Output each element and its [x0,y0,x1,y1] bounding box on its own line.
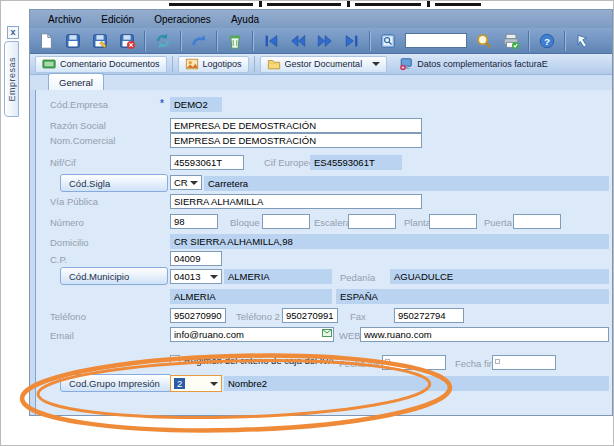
toolbar-separator [180,31,182,51]
tab-general[interactable]: General [48,73,104,90]
panel-close-button[interactable]: x [7,26,19,39]
bloque-field[interactable] [262,214,310,229]
telefono2-label: Teléfono 2 [236,311,280,322]
menu-edicion[interactable]: Edición [91,12,144,27]
nav-first-icon[interactable] [261,31,281,51]
municipio-desc-field: ALMERIA [224,269,332,284]
cod-sigla-button[interactable]: Cód.Sigla [60,174,168,192]
nav-last-icon[interactable] [342,31,362,51]
nav-prev-icon[interactable] [288,31,308,51]
cif-europeo-field: ES45593061T [310,155,402,170]
cod-empresa-label: Cód.Empresa [50,99,108,110]
print-icon[interactable] [501,31,521,51]
menu-archivo[interactable]: Archivo [38,12,91,27]
datos-complementarios-button[interactable]: Datos complementarios facturaE [392,56,555,73]
toolbar-separator [528,31,530,51]
regimen-iva-checkbox[interactable] [170,355,180,365]
razon-social-field[interactable] [170,118,422,133]
redo-icon[interactable] [189,31,209,51]
chevron-down-icon [210,275,218,279]
facturae-icon [399,57,413,71]
web-field[interactable] [360,327,609,342]
nom-comercial-field[interactable] [170,133,422,148]
toolbar-separator [216,31,218,51]
bloque-label: Bloque [230,217,260,228]
fax-field[interactable] [394,308,464,323]
email-field[interactable] [170,327,334,342]
search-input[interactable] [405,33,467,48]
help-icon[interactable]: ? [537,31,557,51]
comment-documents-icon [42,57,56,71]
app-window: Archivo Edición Operaciones Ayuda [29,9,613,416]
nif-field[interactable] [170,155,244,170]
telefono-field[interactable] [170,308,226,323]
logotipos-button[interactable]: Logotipos [178,56,249,73]
grupo-impresion-button[interactable]: Cod.Grupo Impresión [60,374,172,392]
combo-value: 04013 [174,271,200,282]
domicilio-label: Domicilio [50,237,89,248]
save-delete-icon[interactable] [117,31,137,51]
folder-icon [267,57,281,71]
cropped-text-artifact [435,3,481,6]
numero-field[interactable] [170,214,218,229]
chevron-down-icon[interactable] [372,62,380,66]
cropped-text-artifact [347,1,350,7]
chevron-down-icon [210,382,218,386]
gestor-documental-button[interactable]: Gestor Documental [260,56,388,73]
combo-value: CR [174,177,188,188]
button-label: Gestor Documental [285,59,363,69]
menu-ayuda[interactable]: Ayuda [221,12,269,27]
search-icon[interactable] [474,31,494,51]
puerta-label: Puerta [484,217,512,228]
cif-europeo-label: Cif Europeo [264,157,314,168]
menu-operaciones[interactable]: Operaciones [144,12,221,27]
toolbar-separator [144,31,146,51]
planta-label: Planta [404,217,431,228]
cod-empresa-field[interactable]: DEMO2 [170,97,222,112]
cropped-text-artifact [267,3,341,6]
comentario-documentos-button[interactable]: Comentario Documentos [35,56,167,73]
back-arrow-icon[interactable] [573,31,593,51]
tab-strip: General [30,75,612,90]
save-icon[interactable] [63,31,83,51]
fecha-inicio-field[interactable] [382,355,446,370]
fecha-fin-field[interactable] [492,355,556,370]
regimen-iva-label: Régimen del criterio de caja del IVA [184,355,334,366]
grupo-impresion-desc-field: Nombre2 [224,376,609,391]
telefono2-field[interactable] [282,308,338,323]
refresh-icon[interactable] [153,31,173,51]
cropped-text-artifact [259,1,262,7]
escalera-field[interactable] [348,214,396,229]
sidebar-tab-empresas[interactable]: Empresas [4,41,19,117]
save-edit-icon[interactable] [90,31,110,51]
sidebar-tab-label: Empresas [7,57,17,102]
grupo-impresion-combo[interactable]: 2 [170,375,222,392]
provincia-field: ALMERIA [170,289,332,304]
preview-icon[interactable] [378,31,398,51]
nif-label: Nif/Cif [50,157,76,168]
cp-label: C.P. [50,254,67,265]
new-document-icon[interactable] [36,31,56,51]
trash-icon[interactable] [225,31,245,51]
calendar-icon [495,359,500,364]
cp-field[interactable] [170,251,222,266]
planta-field[interactable] [429,214,477,229]
main-toolbar: ? [30,28,612,54]
via-publica-field[interactable] [170,194,422,209]
telefono-label: Teléfono [50,311,86,322]
cod-sigla-combo[interactable]: CR [170,175,202,190]
nav-next-icon[interactable] [315,31,335,51]
cropped-text-artifact [169,3,253,6]
cropped-text-artifact [355,3,421,6]
puerta-field[interactable] [513,214,561,229]
screenshot-root: x Empresas Archivo Edición Operaciones A… [0,0,614,446]
email-label: Email [50,330,74,341]
cod-municipio-button[interactable]: Cód.Municipio [60,267,168,285]
ribbon-separator [254,56,255,72]
combo-selected-value: 2 [174,378,185,389]
fax-label: Fax [350,311,366,322]
logo-image-icon [185,57,199,71]
cod-municipio-combo[interactable]: 04013 [170,269,222,284]
sigla-desc-field: Carretera [204,176,609,191]
nom-comercial-label: Nom.Comercial [50,135,115,146]
